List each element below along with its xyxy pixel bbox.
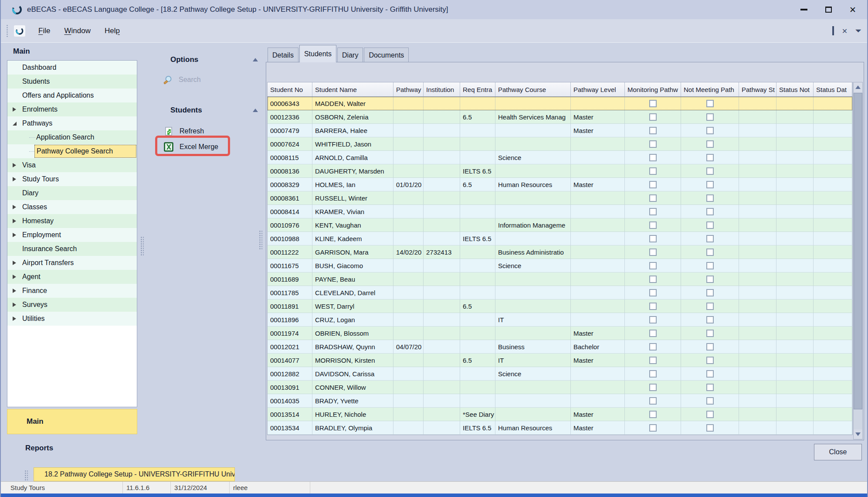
table-row[interactable]: 00011675BUSH, GiacomoScience bbox=[268, 259, 852, 272]
column-header-req-entra[interactable]: Req Entra bbox=[460, 82, 495, 96]
table-row[interactable]: 00011785CLEVELAND, Darrel bbox=[268, 286, 852, 300]
monitoring-pathw-checkbox[interactable] bbox=[649, 411, 657, 418]
maximize-icon[interactable] bbox=[822, 3, 835, 16]
sidebar-item-insurance-search[interactable]: Insurance Search bbox=[7, 242, 137, 256]
scroll-up-icon[interactable] bbox=[854, 82, 862, 92]
column-header-pathway-course[interactable]: Pathway Course bbox=[495, 82, 571, 96]
not-meeting-path-checkbox[interactable] bbox=[706, 316, 714, 323]
sidebar-item-utilities[interactable]: Utilities bbox=[7, 312, 137, 326]
table-row[interactable]: 00011896CRUZ, LoganIT bbox=[268, 313, 852, 327]
table-row[interactable]: 00008115ARNOLD, CamillaScience bbox=[268, 151, 852, 164]
expand-arrow-icon[interactable] bbox=[13, 177, 16, 181]
tab-students[interactable]: Students bbox=[299, 45, 336, 62]
column-header-student-name[interactable]: Student Name bbox=[312, 82, 393, 96]
sidebar-item-study-tours[interactable]: Study Tours bbox=[7, 172, 137, 186]
table-row[interactable]: 00007479BARRERA, HaleeMaster bbox=[268, 124, 852, 137]
table-row[interactable]: 00010988KLINE, KadeemIELTS 6.5 bbox=[268, 232, 852, 245]
sidebar-item-students[interactable]: Students bbox=[7, 75, 137, 89]
sidebar-item-airport-transfers[interactable]: Airport Transfers bbox=[7, 256, 137, 270]
table-row[interactable]: 00012021BRADSHAW, Quynn04/07/20BusinessB… bbox=[268, 340, 852, 354]
table-row[interactable]: 00008329HOLMES, Ian01/01/206.5Human Reso… bbox=[268, 178, 852, 191]
table-row[interactable]: 00008136DAUGHERTY, MarsdenIELTS 6.5 bbox=[268, 164, 852, 178]
table-row[interactable]: 00014077MORRISON, Kirsten6.5ITMaster bbox=[268, 354, 852, 367]
tab-diary[interactable]: Diary bbox=[337, 48, 363, 62]
sidebar-item-classes[interactable]: Classes bbox=[7, 200, 137, 214]
not-meeting-path-checkbox[interactable] bbox=[706, 424, 714, 432]
options-header[interactable]: Options bbox=[170, 55, 198, 64]
expand-arrow-icon[interactable] bbox=[13, 317, 16, 321]
not-meeting-path-checkbox[interactable] bbox=[706, 343, 714, 351]
monitoring-pathw-checkbox[interactable] bbox=[649, 384, 657, 391]
monitoring-pathw-checkbox[interactable] bbox=[649, 248, 657, 256]
table-row[interactable]: 00011974OBRIEN, BlossomMaster bbox=[268, 327, 852, 340]
table-row[interactable]: 00011689PAYNE, Beau bbox=[268, 272, 852, 286]
monitoring-pathw-checkbox[interactable] bbox=[649, 397, 657, 405]
sidebar-item-offers-and-applications[interactable]: Offers and Applications bbox=[7, 89, 137, 102]
scrollbar-thumb[interactable] bbox=[854, 93, 862, 409]
close-icon[interactable]: ✕ bbox=[846, 3, 859, 16]
monitoring-pathw-checkbox[interactable] bbox=[649, 194, 657, 202]
sidebar-item-visa[interactable]: Visa bbox=[7, 158, 137, 172]
not-meeting-path-checkbox[interactable] bbox=[706, 262, 714, 269]
monitoring-pathw-checkbox[interactable] bbox=[649, 370, 657, 378]
column-header-status-dat[interactable]: Status Dat bbox=[814, 82, 852, 96]
students-header[interactable]: Students bbox=[170, 106, 202, 115]
refresh-button[interactable]: Refresh bbox=[164, 126, 204, 136]
vertical-scrollbar[interactable] bbox=[853, 82, 863, 439]
sidebar-item-employment[interactable]: Employment bbox=[7, 228, 137, 242]
open-window-tab[interactable]: 18.2 Pathway College Setup - UNIVERSITY-… bbox=[34, 467, 235, 481]
not-meeting-path-checkbox[interactable] bbox=[706, 113, 714, 121]
expand-arrow-icon[interactable] bbox=[13, 261, 16, 265]
not-meeting-path-checkbox[interactable] bbox=[706, 357, 714, 364]
monitoring-pathw-checkbox[interactable] bbox=[649, 289, 657, 296]
monitoring-pathw-checkbox[interactable] bbox=[649, 276, 657, 283]
monitoring-pathw-checkbox[interactable] bbox=[649, 330, 657, 337]
monitoring-pathw-checkbox[interactable] bbox=[649, 316, 657, 323]
table-row[interactable]: 00014035BRADY, Yvette bbox=[268, 394, 852, 408]
tab-details[interactable]: Details bbox=[268, 48, 298, 62]
menu-item-file[interactable]: File bbox=[33, 24, 55, 37]
table-row[interactable]: 00013091CONNER, Willow bbox=[268, 381, 852, 394]
column-header-student-no[interactable]: Student No bbox=[268, 82, 312, 96]
not-meeting-path-checkbox[interactable] bbox=[706, 330, 714, 337]
sidebar-item-enrolments[interactable]: Enrolments bbox=[7, 102, 137, 116]
expand-arrow-icon[interactable] bbox=[13, 289, 16, 293]
sidebar-item-homestay[interactable]: Homestay bbox=[7, 214, 137, 228]
not-meeting-path-checkbox[interactable] bbox=[706, 370, 714, 378]
sidebar-item-agent[interactable]: Agent bbox=[7, 270, 137, 284]
not-meeting-path-checkbox[interactable] bbox=[706, 194, 714, 202]
monitoring-pathw-checkbox[interactable] bbox=[649, 113, 657, 121]
monitoring-pathw-checkbox[interactable] bbox=[649, 235, 657, 242]
not-meeting-path-checkbox[interactable] bbox=[706, 127, 714, 134]
column-header-pathway-st[interactable]: Pathway St bbox=[739, 82, 776, 96]
expand-arrow-icon[interactable] bbox=[13, 219, 16, 223]
monitoring-pathw-checkbox[interactable] bbox=[649, 208, 657, 215]
monitoring-pathw-checkbox[interactable] bbox=[649, 140, 657, 148]
monitoring-pathw-checkbox[interactable] bbox=[649, 262, 657, 269]
options-collapse-icon[interactable] bbox=[253, 58, 258, 61]
menu-item-window[interactable]: Window bbox=[59, 24, 96, 37]
close-button[interactable]: Close bbox=[814, 444, 862, 460]
table-row[interactable]: 00011222GARRISON, Mara14/02/202732413Bus… bbox=[268, 245, 852, 259]
sidebar-item-diary[interactable]: Diary bbox=[7, 186, 137, 200]
mdi-close-icon[interactable]: ✕ bbox=[842, 27, 848, 35]
tab-documents[interactable]: Documents bbox=[364, 48, 409, 62]
sidebar-item-surveys[interactable]: Surveys bbox=[7, 298, 137, 312]
monitoring-pathw-checkbox[interactable] bbox=[649, 154, 657, 161]
sidebar-item-finance[interactable]: Finance bbox=[7, 284, 137, 298]
table-row[interactable]: 00012336OSBORN, Zelenia6.5Health Service… bbox=[268, 110, 852, 124]
column-header-not-meeting-path[interactable]: Not Meeting Path bbox=[681, 82, 739, 96]
expand-arrow-icon[interactable] bbox=[13, 205, 16, 209]
table-row[interactable]: 00013514HURLEY, Nichole*See DiaryMaster bbox=[268, 408, 852, 421]
not-meeting-path-checkbox[interactable] bbox=[706, 397, 714, 405]
sidebar-group-main[interactable]: Main bbox=[7, 409, 137, 434]
table-row[interactable]: 00006343MADDEN, Walter bbox=[268, 97, 852, 110]
minimize-icon[interactable] bbox=[797, 3, 810, 16]
panel-splitter[interactable] bbox=[259, 230, 262, 250]
monitoring-pathw-checkbox[interactable] bbox=[649, 424, 657, 432]
monitoring-pathw-checkbox[interactable] bbox=[649, 221, 657, 229]
task-tab-grip[interactable] bbox=[24, 470, 28, 480]
toolbar-grip[interactable] bbox=[6, 24, 9, 37]
students-collapse-icon[interactable] bbox=[253, 109, 258, 112]
table-row[interactable]: 00013534BRADLEY, OlympiaIELTS 6.5Human R… bbox=[268, 421, 852, 435]
